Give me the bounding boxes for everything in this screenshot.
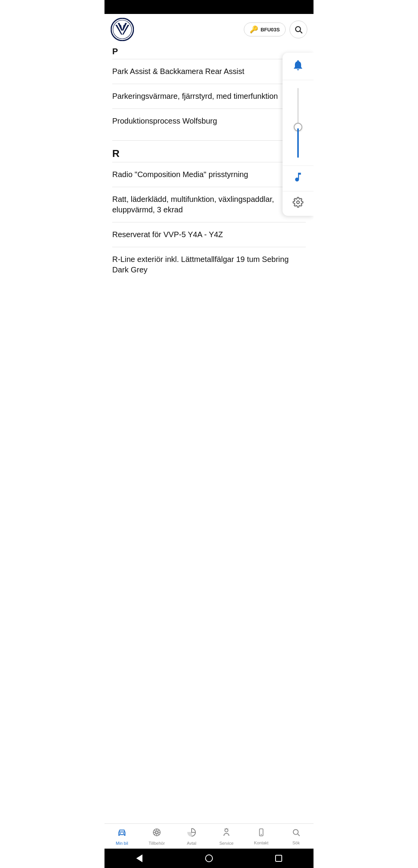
header: 🔑 BFU03S xyxy=(104,14,314,45)
car-badge-button[interactable]: 🔑 BFU03S xyxy=(244,22,286,36)
list-item: Park Assist & Backkamera Rear Assist xyxy=(112,59,306,84)
section-header-r: R xyxy=(112,140,306,162)
vw-logo xyxy=(111,18,134,41)
list-item: R-Line exteriör inkl. Lättmetallfälgar 1… xyxy=(112,247,306,282)
music-icon xyxy=(292,171,304,186)
settings-icon xyxy=(293,197,303,210)
svg-point-10 xyxy=(297,201,300,204)
section-header-p: P xyxy=(112,45,306,59)
list-item: Parkeringsvärmare, fjärrstyrd, med timer… xyxy=(112,84,306,108)
bell-icon xyxy=(292,59,304,74)
svg-point-1 xyxy=(113,20,132,39)
music-button[interactable] xyxy=(283,166,314,191)
list-item: Reserverat för VVP-5 Y4A - Y4Z xyxy=(112,222,306,247)
svg-point-0 xyxy=(111,18,134,41)
floating-panel xyxy=(283,53,314,216)
scroll-area[interactable] xyxy=(283,80,314,166)
scroll-track xyxy=(297,88,299,158)
svg-line-9 xyxy=(300,31,302,33)
search-button[interactable] xyxy=(290,21,307,38)
key-icon: 🔑 xyxy=(250,25,258,34)
list-item: Produktionsprocess Wolfsburg xyxy=(112,108,306,133)
header-right: 🔑 BFU03S xyxy=(244,21,307,38)
settings-button[interactable] xyxy=(283,191,314,216)
list-item: Radio "Composition Media" prisstyrning xyxy=(112,162,306,187)
car-id-label: BFU03S xyxy=(260,27,280,33)
content-area: P Park Assist & Backkamera Rear Assist P… xyxy=(104,45,314,329)
bell-button[interactable] xyxy=(283,53,314,80)
list-item: Ratt, läderklädd, multifunktion, växling… xyxy=(112,187,306,222)
status-bar xyxy=(104,0,314,14)
